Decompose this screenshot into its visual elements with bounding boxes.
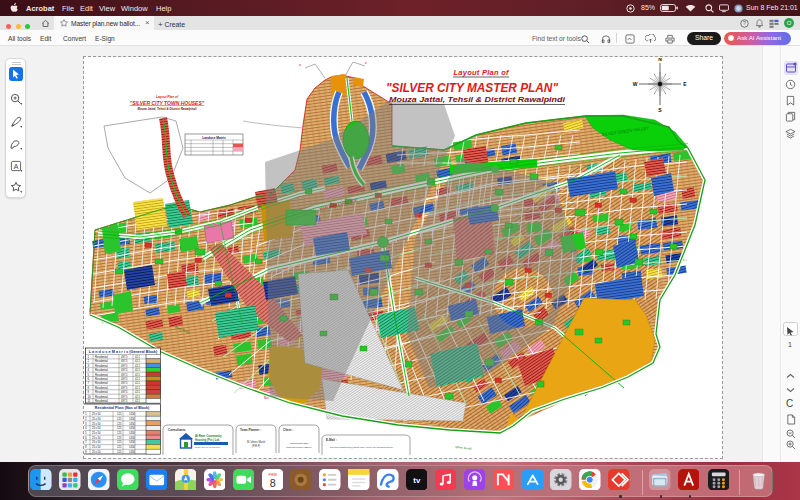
svg-text:Landuse Matrix: Landuse Matrix <box>202 136 226 140</box>
svg-text:42.1: 42.1 <box>135 395 141 399</box>
svg-text:25 x 50: 25 x 50 <box>92 426 101 430</box>
svg-text:497.5: 497.5 <box>121 377 128 381</box>
svg-text:Residential: Residential <box>95 359 108 363</box>
svg-text:Residential Plots (Nos of Bloc: Residential Plots (Nos of Block) <box>95 406 150 410</box>
svg-text:Residential: Residential <box>95 395 108 399</box>
svg-text:Residential: Residential <box>95 373 108 377</box>
svg-text:497.5: 497.5 <box>121 399 128 403</box>
svg-text:42.1: 42.1 <box>135 359 141 363</box>
svg-text:8: 8 <box>269 476 275 488</box>
svg-text:?: ? <box>743 20 746 26</box>
svg-text:(P.M.P): (P.M.P) <box>252 444 261 448</box>
svg-text:25 x 50: 25 x 50 <box>92 445 101 449</box>
svg-text:42.1: 42.1 <box>135 377 141 381</box>
svg-text:25 x 50: 25 x 50 <box>92 431 101 435</box>
svg-text:Residential: Residential <box>95 368 108 372</box>
svg-text:497.5: 497.5 <box>121 368 128 372</box>
svg-text:42.1: 42.1 <box>135 386 141 390</box>
svg-text:silvercitymasterplan@gmail.com: silvercitymasterplan@gmail.com | silver … <box>330 446 394 449</box>
svg-text:"SILVER CITY MASTER PLAN": "SILVER CITY MASTER PLAN" <box>386 80 559 95</box>
svg-text:42.1: 42.1 <box>135 381 141 385</box>
svg-text:10: 10 <box>88 395 92 399</box>
svg-text:125: 125 <box>117 422 122 426</box>
svg-text:Residential: Residential <box>95 364 108 368</box>
svg-text:Residential: Residential <box>95 377 108 381</box>
svg-text:1450: 1450 <box>129 426 135 430</box>
svg-text:25 x 50: 25 x 50 <box>92 450 101 454</box>
svg-text:E: E <box>683 81 687 87</box>
svg-text:1450: 1450 <box>129 436 135 440</box>
svg-text:Residential: Residential <box>95 390 108 394</box>
svg-text:125: 125 <box>117 426 122 430</box>
svg-text:497.5: 497.5 <box>121 381 128 385</box>
svg-text:1450: 1450 <box>129 422 135 426</box>
svg-text:1450: 1450 <box>129 412 135 416</box>
svg-text:497.5: 497.5 <box>121 364 128 368</box>
svg-text:Mouza Jattal, Tehsil & Distric: Mouza Jattal, Tehsil & District Rawalpin… <box>389 95 566 104</box>
svg-text:Town Planner :: Town Planner : <box>240 428 261 432</box>
svg-text:Silver Road: Silver Road <box>455 445 472 451</box>
svg-text:Client :: Client : <box>283 428 293 432</box>
svg-text:tv: tv <box>413 476 421 485</box>
svg-text:497.5: 497.5 <box>121 386 128 390</box>
svg-text:125: 125 <box>117 440 122 444</box>
svg-text:125: 125 <box>117 412 122 416</box>
svg-text:42.1: 42.1 <box>135 399 141 403</box>
svg-text:N: N <box>658 58 662 62</box>
svg-text:E-Mail :: E-Mail : <box>326 438 337 442</box>
svg-text:42.1: 42.1 <box>135 390 141 394</box>
svg-text:1450: 1450 <box>129 450 135 454</box>
svg-text:497.5: 497.5 <box>121 390 128 394</box>
svg-text:Residential: Residential <box>95 381 108 385</box>
svg-text:o: o <box>299 63 301 67</box>
svg-text:Layout Plan of: Layout Plan of <box>454 68 511 77</box>
svg-text:"SILVER CITY TOWN HOUSES": "SILVER CITY TOWN HOUSES" <box>130 100 205 106</box>
svg-text:497.5: 497.5 <box>121 373 128 377</box>
svg-text:125: 125 <box>117 450 122 454</box>
svg-text:Design | Develop | Constructio: Design | Develop | Construction <box>195 446 220 448</box>
svg-text:497.5: 497.5 <box>121 355 128 359</box>
svg-text:S: S <box>658 107 662 113</box>
svg-text:1450: 1450 <box>129 440 135 444</box>
svg-text:o: o <box>365 61 367 65</box>
svg-text:25 x 50: 25 x 50 <box>92 440 101 444</box>
svg-text:1450: 1450 <box>129 431 135 435</box>
svg-text:125: 125 <box>117 436 122 440</box>
svg-text:497.5: 497.5 <box>121 395 128 399</box>
svg-text:25 x 50: 25 x 50 <box>92 412 101 416</box>
svg-text:1450: 1450 <box>129 445 135 449</box>
svg-text:42.1: 42.1 <box>135 373 141 377</box>
svg-text:125: 125 <box>117 417 122 421</box>
svg-text:Mouza Jattal, Tehsil & Distric: Mouza Jattal, Tehsil & District Rawalpin… <box>137 107 196 111</box>
svg-text:M. Idrees Marth: M. Idrees Marth <box>247 440 266 444</box>
svg-text:25 x 50: 25 x 50 <box>92 436 101 440</box>
svg-text:25 x 50: 25 x 50 <box>92 422 101 426</box>
svg-text:L a n d u s e M a t r i x (G: L a n d u s e M a t r i x (General Block… <box>89 350 158 354</box>
svg-text:(Chief Executive Officer): (Chief Executive Officer) <box>286 446 312 449</box>
svg-text:11: 11 <box>88 399 91 403</box>
svg-text:Residential: Residential <box>95 386 108 390</box>
svg-text:Consultants: Consultants <box>168 428 186 432</box>
svg-text:25 x 50: 25 x 50 <box>92 417 101 421</box>
svg-text:42.1: 42.1 <box>135 364 141 368</box>
svg-text:42.1: 42.1 <box>135 368 141 372</box>
svg-text:Residential: Residential <box>95 399 108 403</box>
svg-text:42.1: 42.1 <box>135 355 141 359</box>
svg-text:497.5: 497.5 <box>121 359 128 363</box>
svg-text:1450: 1450 <box>129 417 135 421</box>
svg-text:A: A <box>14 162 19 169</box>
svg-text:Residential: Residential <box>95 355 108 359</box>
svg-text:Housing (Pvt.) Ltd.: Housing (Pvt.) Ltd. <box>195 438 220 442</box>
svg-text:W: W <box>633 81 638 87</box>
svg-text:125: 125 <box>117 431 122 435</box>
svg-text:125: 125 <box>117 445 122 449</box>
svg-text:Layout Plan of: Layout Plan of <box>156 95 179 99</box>
